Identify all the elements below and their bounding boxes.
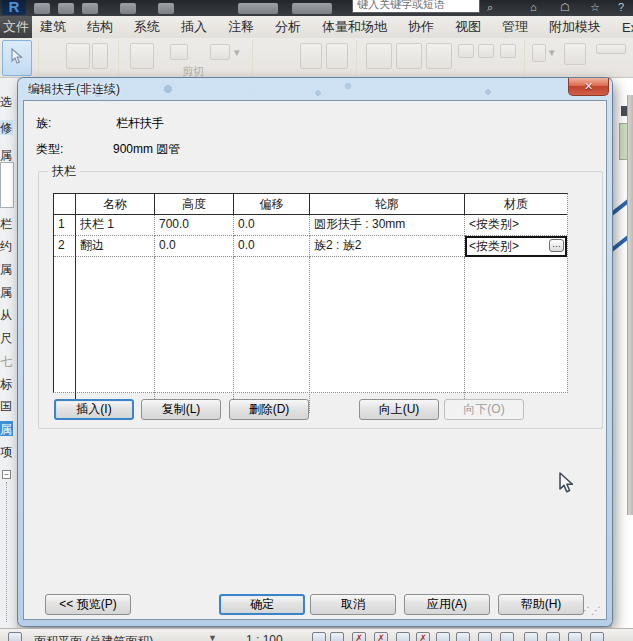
sun-path-off-icon[interactable]: ✗ [352, 632, 366, 641]
tab-massing-site[interactable]: 体量和场地 [322, 18, 387, 36]
print-icon [158, 3, 174, 14]
quick-access-label [238, 3, 278, 14]
shadows-off-icon[interactable]: ✗ [374, 632, 388, 641]
clipped-text-project: 项 [0, 444, 13, 459]
open-icon [58, 3, 74, 14]
tab-architecture[interactable]: 建筑 [40, 18, 66, 36]
ok-button[interactable]: 确定 [219, 594, 305, 615]
material-cell[interactable]: <按类别> [465, 215, 567, 236]
view-properties-icon[interactable] [8, 632, 22, 641]
mirror-icon [500, 44, 516, 58]
offset-cell[interactable]: 0.0 [234, 236, 310, 257]
header-rownum [54, 194, 76, 215]
rownum-cell[interactable]: 1 [54, 215, 76, 236]
align-icon [458, 44, 474, 58]
worksharing-icon[interactable] [524, 632, 538, 641]
name-cell[interactable]: 扶栏 1 [76, 215, 155, 236]
close-icon[interactable]: ✕ [568, 78, 609, 96]
cut-label: 剪切 [182, 64, 204, 79]
rail-table: 名称 高度 偏移 轮廓 材质 1 扶栏 1 700.0 0.0 圆形扶手 : 3… [53, 193, 568, 393]
properties-palette-clipped: 选 修 属 栏 约 属 属 从 尺 七 标 国 属 项 − [0, 78, 18, 628]
app-titlebar[interactable]: R ⌕ ⌂ ☖ ☆ ? [0, 0, 633, 16]
tab-extensions[interactable]: Extensions [622, 20, 633, 35]
clipped-text-identity: 标 [0, 376, 13, 391]
tab-manage[interactable]: 管理 [502, 18, 528, 36]
unlocked-view-icon[interactable] [456, 632, 470, 641]
view-name-label[interactable]: 面积平面 (总建筑面积) [34, 633, 153, 641]
clipped-text-prop2: 属 [0, 284, 13, 299]
profile-cell[interactable]: 族2 : 族2 [310, 236, 465, 257]
subscription-icon[interactable]: ⌂ [530, 1, 537, 13]
move-down-button: 向下(O) [444, 399, 524, 420]
table-empty-area[interactable] [54, 257, 567, 413]
preview-button[interactable]: << 预览(P) [45, 594, 131, 615]
tab-addins[interactable]: 附加模块 [549, 18, 601, 36]
view-scale-label[interactable]: 1 : 100 [246, 633, 283, 641]
delete-button[interactable]: 删除(D) [229, 399, 309, 420]
tab-structure[interactable]: 结构 [87, 18, 113, 36]
print-order-icon[interactable] [590, 632, 604, 641]
move-up-button[interactable]: 向上(U) [359, 399, 439, 420]
type-value: 900mm 圆管 [113, 141, 180, 158]
height-cell[interactable]: 0.0 [155, 236, 234, 257]
dialog-client-area: 族: 栏杆扶手 类型: 900mm 圆管 扶栏 名称 高度 偏移 轮廓 材质 1… [23, 100, 607, 620]
tab-insert[interactable]: 插入 [181, 18, 207, 36]
search-binoculars-icon[interactable]: ⌕ [487, 1, 493, 14]
resize-grip[interactable]: ⋰⋰ [580, 605, 602, 616]
dropdown-caret: ▾ [234, 46, 240, 59]
offset-cell[interactable]: 0.0 [234, 215, 310, 236]
cut-icon [170, 44, 188, 60]
show-rendering-icon[interactable] [396, 632, 410, 641]
infocenter-search-input[interactable] [352, 0, 480, 13]
activate-controls-icon [564, 43, 586, 65]
family-value: 栏杆扶手 [116, 115, 164, 132]
header-name: 名称 [76, 194, 155, 215]
rownum-cell[interactable]: 2 [54, 236, 76, 257]
reveal-hidden-icon[interactable] [500, 632, 514, 641]
file-menu-button[interactable]: 文件 [0, 16, 32, 38]
show-crop-region-icon[interactable] [436, 632, 450, 641]
tree-collapse-icon[interactable]: − [2, 470, 11, 479]
help-menu-icon[interactable]: ? [618, 1, 624, 13]
signin-icon[interactable]: ☖ [560, 1, 570, 14]
constraints-icon[interactable] [568, 632, 582, 641]
height-cell[interactable]: 700.0 [155, 215, 234, 236]
duplicate-button[interactable]: 复制(L) [141, 399, 221, 420]
visual-style-icon[interactable] [330, 632, 344, 641]
tab-collaborate[interactable]: 协作 [408, 18, 434, 36]
undo-icon [82, 3, 98, 14]
temporary-hide-icon[interactable] [478, 632, 492, 641]
revit-logo-icon[interactable]: R [2, 0, 26, 15]
redo-icon [120, 3, 136, 14]
profile-cell[interactable]: 圆形扶手 : 30mm [310, 215, 465, 236]
modify-tool-selected [2, 40, 32, 76]
tab-analyze[interactable]: 分析 [275, 18, 301, 36]
family-label: 族: [36, 115, 51, 132]
favorites-icon[interactable]: ☆ [590, 1, 600, 14]
material-value: <按类别> [469, 237, 519, 256]
analytical-model-icon[interactable] [546, 632, 560, 641]
name-cell[interactable]: 翻边 [76, 236, 155, 257]
tab-view[interactable]: 视图 [455, 18, 481, 36]
apply-button[interactable]: 应用(A) [404, 594, 490, 615]
tab-annotate[interactable]: 注释 [228, 18, 254, 36]
clipped-text-image: 国 [0, 398, 13, 413]
insert-button[interactable]: 插入(I) [54, 399, 134, 420]
clipped-text-select: 选 [0, 94, 13, 109]
tab-systems[interactable]: 系统 [134, 18, 160, 36]
quick-access-label2 [292, 3, 332, 14]
detail-level-icon[interactable] [312, 632, 326, 641]
view-dropdown-caret-icon[interactable]: ▼ [208, 633, 217, 641]
view-control-bar: 面积平面 (总建筑面积) ▼ 1 : 100 ✗ ✗ ✗ [0, 628, 633, 641]
crop-view-off-icon[interactable]: ✗ [416, 632, 430, 641]
material-browse-icon[interactable]: … [549, 239, 564, 252]
canvas-scrollbar[interactable] [627, 95, 633, 515]
help-button[interactable]: 帮助(H) [498, 594, 584, 615]
clipped-text-modify: 修 [0, 120, 13, 135]
dialog-title[interactable]: 编辑扶手(非连续) [28, 81, 120, 98]
material-cell-selected[interactable]: <按类别> … [465, 236, 567, 257]
revit-app-window: { "titlebar": { "search_value": "键入关键字或短… [0, 0, 633, 641]
cancel-button[interactable]: 取消 [310, 594, 396, 615]
wall-joins-icon [366, 43, 392, 69]
select-panel-icon [66, 43, 90, 69]
